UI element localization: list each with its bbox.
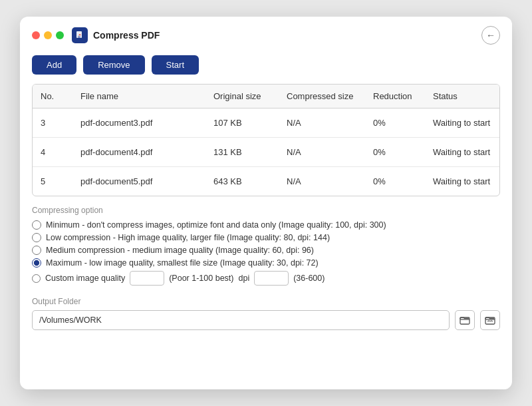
back-button[interactable]: ←: [481, 26, 500, 45]
col-header-comp: Compressed size: [279, 85, 365, 108]
compression-option-row: Minimum - don't compress images, optimiz…: [32, 220, 500, 230]
compression-option-row: Medium compression - medium image qualit…: [32, 246, 500, 255]
table-row[interactable]: 5 pdf-document5.pdf 643 KB N/A 0% Waitin…: [33, 167, 499, 196]
compression-option-label-opt1: Minimum - don't compress images, optimiz…: [46, 220, 386, 230]
cell-status: Waiting to start: [425, 138, 499, 167]
col-header-red: Reduction: [365, 85, 425, 108]
compression-option-label-opt2: Low compression - High image quality, la…: [46, 233, 330, 242]
add-button[interactable]: Add: [32, 55, 76, 75]
start-button[interactable]: Start: [152, 55, 199, 75]
maximize-button[interactable]: [56, 31, 64, 39]
custom-dpi-hint: (36-600): [293, 274, 325, 283]
compression-option-label-opt4: Maximum - low image quality, smallest fi…: [46, 258, 319, 268]
col-header-no: No.: [33, 85, 72, 108]
app-icon: [72, 27, 88, 43]
compression-option-radio-opt3[interactable]: [32, 246, 41, 255]
table-row[interactable]: 3 pdf-document3.pdf 107 KB N/A 0% Waitin…: [33, 108, 499, 138]
custom-quality-input[interactable]: [130, 271, 164, 286]
col-header-name: File name: [72, 85, 205, 108]
output-folder-section: Output Folder: [20, 289, 512, 342]
custom-dpi-input[interactable]: [254, 271, 289, 286]
cell-comp-size: N/A: [279, 108, 365, 138]
col-header-status: Status: [425, 85, 499, 108]
open-folder-button[interactable]: [480, 310, 500, 330]
close-button[interactable]: [32, 31, 40, 39]
compression-option-radio-opt1[interactable]: [32, 220, 41, 230]
custom-quality-radio[interactable]: [32, 274, 41, 283]
output-row: [32, 310, 500, 330]
minimize-button[interactable]: [44, 31, 52, 39]
titlebar: Compress PDF ←: [20, 17, 512, 50]
cell-filename: pdf-document3.pdf: [72, 108, 205, 138]
cell-filename: pdf-document5.pdf: [72, 167, 205, 196]
compression-option-radio-opt2[interactable]: [32, 233, 41, 242]
toolbar: Add Remove Start: [20, 50, 512, 84]
cell-comp-size: N/A: [279, 167, 365, 196]
compressing-options-section: Compressing option Minimum - don't compr…: [20, 196, 512, 286]
options-section-label: Compressing option: [32, 206, 500, 215]
table-row[interactable]: 4 pdf-document4.pdf 131 KB N/A 0% Waitin…: [33, 138, 499, 167]
svg-rect-1: [78, 36, 80, 37]
browse-folder-button[interactable]: [455, 310, 475, 330]
cell-reduction: 0%: [365, 138, 425, 167]
cell-comp-size: N/A: [279, 138, 365, 167]
cell-orig-size: 643 KB: [205, 167, 279, 196]
app-title: Compress PDF: [93, 30, 160, 41]
files-table-container: No. File name Original size Compressed s…: [32, 84, 500, 196]
cell-filename: pdf-document4.pdf: [72, 138, 205, 167]
traffic-lights: [32, 31, 64, 39]
custom-quality-label: Custom image quality: [45, 274, 125, 283]
cell-status: Waiting to start: [425, 167, 499, 196]
custom-quality-hint: (Poor 1-100 best): [169, 274, 233, 283]
output-path-input[interactable]: [32, 310, 450, 330]
cell-orig-size: 107 KB: [205, 108, 279, 138]
custom-quality-row: Custom image quality (Poor 1-100 best) d…: [32, 271, 500, 286]
cell-no: 3: [33, 108, 72, 138]
files-table: No. File name Original size Compressed s…: [33, 85, 499, 196]
compression-option-row: Maximum - low image quality, smallest fi…: [32, 258, 500, 268]
compression-option-row: Low compression - High image quality, la…: [32, 233, 500, 242]
svg-rect-2: [78, 37, 80, 38]
cell-no: 5: [33, 167, 72, 196]
main-window: Compress PDF ← Add Remove Start No. File…: [20, 17, 512, 389]
cell-reduction: 0%: [365, 167, 425, 196]
compression-option-radio-opt4[interactable]: [32, 258, 41, 268]
custom-dpi-label: dpi: [238, 274, 249, 283]
cell-reduction: 0%: [365, 108, 425, 138]
cell-no: 4: [33, 138, 72, 167]
remove-button[interactable]: Remove: [83, 55, 144, 75]
compression-option-label-opt3: Medium compression - medium image qualit…: [46, 246, 314, 255]
output-section-label: Output Folder: [32, 297, 500, 306]
cell-orig-size: 131 KB: [205, 138, 279, 167]
table-header-row: No. File name Original size Compressed s…: [33, 85, 499, 108]
cell-status: Waiting to start: [425, 108, 499, 138]
col-header-orig: Original size: [205, 85, 279, 108]
